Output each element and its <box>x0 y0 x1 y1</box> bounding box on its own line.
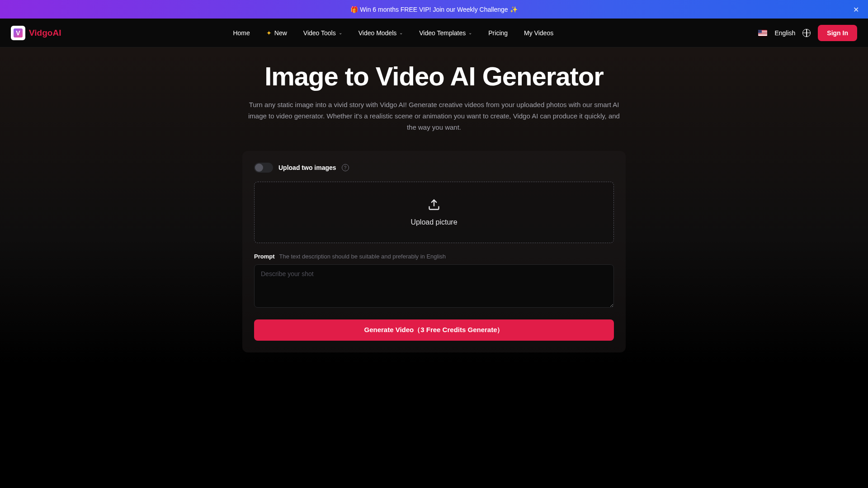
language-label[interactable]: English <box>774 29 795 37</box>
sparkle-icon: ✦ <box>266 29 272 37</box>
signin-button[interactable]: Sign In <box>818 25 857 41</box>
prompt-input[interactable] <box>254 264 614 308</box>
banner-text: 🎁 Win 6 months FREE VIP! Join our Weekly… <box>350 6 517 13</box>
chevron-down-icon: ⌄ <box>468 30 472 35</box>
two-images-toggle[interactable] <box>254 163 273 173</box>
nav-pricing[interactable]: Pricing <box>488 29 508 37</box>
prompt-hint: The text description should be suitable … <box>279 253 446 260</box>
prompt-label: Prompt <box>254 253 275 260</box>
nav-video-tools[interactable]: Video Tools ⌄ <box>303 29 342 37</box>
upload-text: Upload picture <box>271 218 597 226</box>
prompt-header: Prompt The text description should be su… <box>254 253 614 260</box>
chevron-down-icon: ⌄ <box>399 30 403 35</box>
nav-my-videos[interactable]: My Videos <box>524 29 553 37</box>
logo[interactable]: V VidgoAI <box>11 26 61 40</box>
nav-video-templates-label: Video Templates <box>419 29 466 37</box>
upload-icon <box>428 198 440 211</box>
brand-name: VidgoAI <box>29 28 61 38</box>
header: V VidgoAI Home ✦ New Video Tools ⌄ Video… <box>0 19 868 47</box>
promo-banner: 🎁 Win 6 months FREE VIP! Join our Weekly… <box>0 0 868 19</box>
chevron-down-icon: ⌄ <box>339 30 342 35</box>
nav-video-tools-label: Video Tools <box>303 29 336 37</box>
close-icon[interactable]: ✕ <box>853 5 859 14</box>
upload-area[interactable]: Upload picture <box>254 182 614 243</box>
help-icon[interactable]: ? <box>342 164 349 171</box>
us-flag-icon <box>758 30 767 36</box>
main-content: Image to Video AI Generator Turn any sta… <box>0 47 868 364</box>
toggle-label: Upload two images <box>278 164 336 171</box>
nav-new-label: New <box>274 29 287 37</box>
nav-video-models[interactable]: Video Models ⌄ <box>359 29 403 37</box>
globe-icon[interactable] <box>802 29 811 37</box>
logo-icon: V <box>11 26 25 40</box>
generator-card: Upload two images ? Upload picture Promp… <box>242 151 626 352</box>
main-nav: Home ✦ New Video Tools ⌄ Video Models ⌄ … <box>233 29 553 37</box>
header-right: English Sign In <box>758 25 857 41</box>
nav-video-models-label: Video Models <box>359 29 397 37</box>
page-title: Image to Video AI Generator <box>0 61 868 91</box>
page-subtitle: Turn any static image into a vivid story… <box>244 99 624 133</box>
nav-home[interactable]: Home <box>233 29 250 37</box>
toggle-row: Upload two images ? <box>254 163 614 173</box>
nav-new[interactable]: ✦ New <box>266 29 287 37</box>
generate-button[interactable]: Generate Video（3 Free Credits Generate） <box>254 319 614 341</box>
nav-video-templates[interactable]: Video Templates ⌄ <box>419 29 472 37</box>
